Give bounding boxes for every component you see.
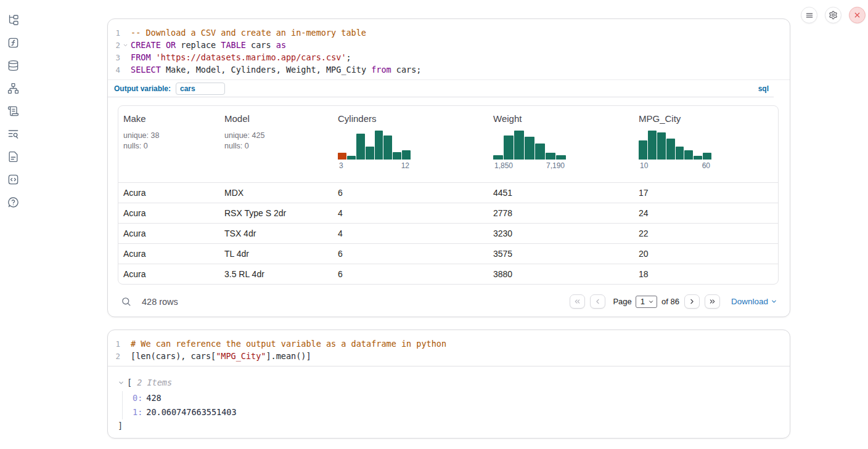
table-row[interactable]: AcuraMDX6445117	[118, 182, 778, 203]
column-header-weight[interactable]: Weight 1,850 7,190	[488, 106, 634, 182]
histogram-bar[interactable]	[666, 139, 675, 160]
tree-entries: 0:4281:20.060747663551403	[122, 391, 780, 419]
table-row[interactable]: AcuraRSX Type S 2dr4277824	[118, 203, 778, 223]
python-code-editor[interactable]: 1# We can reference the output variable …	[108, 330, 790, 366]
table-body: AcuraMDX6445117AcuraRSX Type S 2dr427782…	[118, 182, 778, 284]
collapse-chevron-icon[interactable]	[118, 379, 125, 386]
chevron-down-icon	[648, 299, 654, 305]
code-text: SELECT Make, Model, Cylinders, Weight, M…	[131, 65, 421, 75]
items-count-label: 2 Items	[137, 378, 172, 387]
code-line[interactable]: 2CREATE OR replace TABLE cars as	[108, 39, 790, 51]
histogram-bar[interactable]	[535, 144, 545, 160]
output-variable-label: Output variable:	[114, 84, 171, 93]
hist-min-label: 1,850	[494, 161, 513, 170]
chevrons-left-icon	[573, 297, 581, 305]
search-icon[interactable]	[121, 296, 131, 307]
table-cell: MDX	[219, 188, 333, 198]
menu-button[interactable]	[801, 7, 817, 23]
weight-histogram[interactable]: 1,850 7,190	[493, 129, 566, 170]
variables-icon[interactable]	[7, 36, 20, 49]
line-number: 4	[108, 65, 120, 75]
table-cell: 3230	[488, 229, 634, 238]
download-button[interactable]: Download	[731, 297, 777, 306]
histogram-bar[interactable]	[657, 132, 666, 160]
histogram-bar[interactable]	[694, 156, 702, 160]
code-line[interactable]: 2[len(cars), cars["MPG_City"].mean()]	[108, 350, 790, 362]
table-cell: 6	[333, 249, 488, 259]
table-cell: 6	[333, 188, 488, 198]
histogram-bar[interactable]	[356, 134, 365, 160]
dependency-graph-icon[interactable]	[7, 82, 20, 94]
python-cell: 1# We can reference the output variable …	[107, 330, 790, 439]
histogram-bar[interactable]	[366, 147, 374, 160]
next-page-button[interactable]	[684, 294, 700, 309]
cylinders-histogram[interactable]: 3 12	[338, 129, 411, 170]
output-variable-bar: Output variable: sql	[108, 79, 790, 97]
code-line[interactable]: 4SELECT Make, Model, Cylinders, Weight, …	[108, 63, 790, 76]
column-header-mpg-city[interactable]: MPG_City 10 60	[634, 106, 778, 182]
table-cell: 3575	[488, 249, 634, 259]
snippets-icon[interactable]	[7, 173, 20, 185]
histogram-bar[interactable]	[556, 155, 566, 160]
histogram-bar[interactable]	[393, 152, 401, 160]
histogram-bar[interactable]	[648, 131, 657, 160]
column-title: Make	[123, 113, 215, 124]
item-value: 20.060747663551403	[146, 407, 236, 417]
table-cell: Acura	[118, 249, 219, 259]
settings-button[interactable]	[825, 7, 841, 23]
output-variable-input[interactable]	[176, 83, 225, 95]
table-cell: Acura	[118, 208, 219, 218]
datasources-icon[interactable]	[7, 59, 20, 71]
histogram-bar[interactable]	[375, 131, 383, 160]
histogram-bar[interactable]	[546, 153, 555, 160]
code-line[interactable]: 1-- Download a CSV and create an in-memo…	[108, 26, 790, 39]
histogram-bar[interactable]	[504, 136, 514, 160]
page-select[interactable]: 1	[636, 296, 657, 308]
logs-icon[interactable]	[7, 105, 20, 117]
table-row[interactable]: AcuraTL 4dr6357520	[118, 243, 778, 264]
code-line[interactable]: 3FROM 'https://datasets.marimo.app/cars.…	[108, 51, 790, 63]
table-row[interactable]: Acura3.5 RL 4dr6388018	[118, 264, 778, 284]
line-number: 1	[108, 28, 120, 38]
sql-code-editor[interactable]: 1-- Download a CSV and create an in-memo…	[108, 19, 790, 79]
column-header-cylinders[interactable]: Cylinders 3 12	[333, 106, 488, 182]
text-search-icon[interactable]	[7, 127, 20, 140]
histogram-bar[interactable]	[639, 140, 647, 160]
line-number: 2	[108, 352, 120, 361]
help-icon[interactable]	[7, 196, 20, 208]
histogram-bar[interactable]	[514, 131, 524, 160]
column-header-make[interactable]: Make unique: 38 nulls: 0	[118, 106, 219, 182]
file-explorer-icon[interactable]	[7, 14, 20, 26]
histogram-bar[interactable]	[525, 137, 534, 160]
histogram-bar[interactable]	[383, 136, 392, 160]
table-cell: 20	[634, 249, 778, 259]
histogram-bar[interactable]	[402, 150, 411, 160]
table-row[interactable]: AcuraTSX 4dr4323022	[118, 223, 778, 243]
fold-chevron-icon[interactable]	[120, 42, 131, 48]
table-header-row: Make unique: 38 nulls: 0 Model unique: 4…	[118, 106, 778, 182]
column-stat-unique: unique: 425	[224, 131, 328, 141]
histogram-bar[interactable]	[493, 155, 503, 160]
page-select-value: 1	[641, 297, 645, 306]
prev-page-button[interactable]	[590, 294, 605, 309]
table-cell: TL 4dr	[219, 249, 333, 259]
last-page-button[interactable]	[705, 294, 720, 309]
language-badge: sql	[758, 84, 769, 93]
histogram-bar[interactable]	[703, 153, 711, 160]
table-cell: 3880	[488, 269, 634, 279]
open-bracket: [	[127, 378, 132, 387]
code-line[interactable]: 1# We can reference the output variable …	[108, 338, 790, 350]
mpg-city-histogram[interactable]: 10 60	[639, 129, 711, 170]
histogram-bar[interactable]	[684, 150, 693, 160]
chevron-left-icon	[594, 297, 602, 305]
column-header-model[interactable]: Model unique: 425 nulls: 0	[219, 106, 333, 182]
code-text: -- Download a CSV and create an in-memor…	[131, 28, 366, 38]
histogram-bar[interactable]	[338, 153, 346, 160]
first-page-button[interactable]	[570, 294, 585, 309]
histogram-bar[interactable]	[347, 156, 356, 160]
menu-icon	[805, 11, 814, 20]
page-label: Page	[613, 297, 631, 306]
shutdown-button[interactable]	[849, 7, 866, 23]
histogram-bar[interactable]	[676, 147, 684, 160]
documentation-icon[interactable]	[7, 150, 20, 163]
